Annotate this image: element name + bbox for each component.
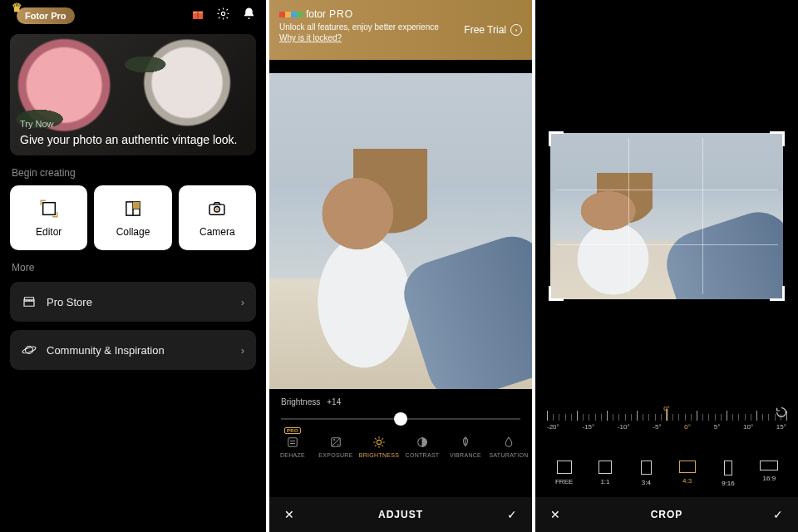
ratio-16-9-icon bbox=[760, 461, 778, 470]
svg-rect-12 bbox=[288, 438, 298, 447]
svg-rect-4 bbox=[42, 203, 55, 215]
community-item[interactable]: Community & Inspiration › bbox=[10, 330, 256, 370]
saturation-icon bbox=[501, 435, 516, 450]
chevron-right-icon: › bbox=[241, 296, 244, 308]
svg-rect-6 bbox=[133, 202, 140, 209]
try-now-label: Try Now bbox=[20, 119, 246, 129]
adjust-title: ADJUST bbox=[378, 509, 423, 520]
crop-grid bbox=[555, 138, 778, 294]
ratio-3-4[interactable]: 3:4 bbox=[626, 461, 667, 487]
vibrance-tool[interactable]: VIBRANCE bbox=[444, 435, 487, 458]
crop-handle-bl[interactable] bbox=[549, 286, 564, 301]
crop-title: CROP bbox=[651, 509, 683, 520]
angle-label: -20° bbox=[547, 423, 559, 431]
editor-icon bbox=[38, 198, 60, 219]
crop-screen: 0° -20° -15° -10° -5° 0° 5° 10° 15° FREE… bbox=[535, 0, 798, 532]
collage-label: Collage bbox=[116, 226, 150, 238]
vibrance-label: VIBRANCE bbox=[450, 452, 481, 458]
crop-handle-tl[interactable] bbox=[549, 131, 564, 146]
crop-canvas[interactable] bbox=[550, 133, 783, 299]
editor-label: Editor bbox=[36, 226, 62, 238]
banner-subtitle: Unlock all features, enjoy better experi… bbox=[279, 22, 439, 32]
slider-name: Brightness bbox=[281, 397, 320, 406]
ratio-3-4-icon bbox=[641, 461, 652, 475]
gift-icon[interactable] bbox=[191, 7, 204, 23]
dehaze-tool[interactable]: PRO DEHAZE bbox=[271, 435, 314, 458]
pro-banner[interactable]: fotor PRO Unlock all features, enjoy bet… bbox=[269, 0, 532, 60]
adjust-bottom-bar: ✕ ADJUST ✓ bbox=[269, 497, 532, 532]
brightness-icon bbox=[372, 435, 387, 450]
dehaze-icon bbox=[285, 435, 300, 450]
ratio-16-9-label: 16:9 bbox=[763, 475, 776, 482]
saturation-label: SATURATION bbox=[489, 452, 528, 458]
collage-tile[interactable]: Collage bbox=[94, 185, 171, 250]
settings-icon[interactable] bbox=[216, 7, 230, 24]
camera-icon bbox=[206, 198, 228, 219]
angle-label: -10° bbox=[618, 423, 630, 431]
brand-pro: PRO bbox=[329, 8, 353, 20]
chevron-right-icon: › bbox=[510, 24, 522, 36]
camera-tile[interactable]: Camera bbox=[179, 185, 256, 250]
editor-tile[interactable]: Editor bbox=[10, 185, 87, 250]
ratio-3-4-label: 3:4 bbox=[642, 479, 651, 486]
free-trial-button[interactable]: Free Trial › bbox=[464, 24, 522, 36]
why-locked-link[interactable]: Why is it locked? bbox=[279, 33, 439, 42]
collage-icon bbox=[122, 198, 144, 219]
slider-knob[interactable] bbox=[394, 412, 407, 426]
ratio-9-16[interactable]: 9:16 bbox=[707, 461, 748, 487]
pro-store-item[interactable]: Pro Store › bbox=[10, 282, 256, 322]
angle-label: -5° bbox=[653, 423, 661, 431]
bell-icon[interactable] bbox=[242, 7, 256, 24]
ratio-1-1-label: 1:1 bbox=[600, 478, 609, 485]
slider-value: +14 bbox=[327, 397, 341, 406]
ratio-16-9[interactable]: 16:9 bbox=[749, 461, 790, 487]
contrast-icon bbox=[415, 435, 430, 450]
hero-title: Give your photo an authentic vintage loo… bbox=[20, 132, 246, 147]
fotor-logo: fotor PRO bbox=[279, 8, 439, 20]
chevron-right-icon: › bbox=[241, 344, 244, 357]
svg-point-11 bbox=[22, 346, 36, 355]
ratio-4-3[interactable]: 4:3 bbox=[667, 461, 707, 487]
svg-point-3 bbox=[221, 12, 224, 15]
pro-store-label: Pro Store bbox=[47, 296, 92, 308]
ratio-4-3-icon bbox=[679, 461, 696, 473]
pro-tool-badge: PRO bbox=[284, 427, 301, 434]
crown-icon: ♛ bbox=[12, 1, 22, 14]
svg-point-9 bbox=[216, 208, 219, 210]
camera-label: Camera bbox=[200, 226, 235, 238]
saturation-tool[interactable]: SATURATION bbox=[487, 435, 530, 458]
crop-handle-tr[interactable] bbox=[770, 131, 785, 146]
planet-icon bbox=[22, 342, 37, 357]
brightness-label: BRIGHTNESS bbox=[359, 452, 400, 458]
brightness-tool[interactable]: BRIGHTNESS bbox=[357, 435, 401, 458]
exposure-tool[interactable]: EXPOSURE bbox=[314, 435, 357, 458]
confirm-button[interactable]: ✓ bbox=[773, 508, 783, 521]
pro-badge-label: Fotor Pro bbox=[25, 11, 66, 21]
ratio-free[interactable]: FREE bbox=[544, 461, 584, 487]
ratio-1-1-icon bbox=[598, 461, 612, 474]
ratio-free-label: FREE bbox=[555, 478, 573, 485]
home-screen: ♛ Fotor Pro Try Now Give your photo a bbox=[0, 0, 266, 532]
cancel-button[interactable]: ✕ bbox=[550, 508, 560, 521]
ratio-1-1[interactable]: 1:1 bbox=[584, 461, 625, 487]
ratio-9-16-icon bbox=[724, 461, 732, 475]
pro-badge[interactable]: ♛ Fotor Pro bbox=[17, 7, 75, 24]
ratio-4-3-label: 4:3 bbox=[682, 477, 692, 485]
ratio-9-16-label: 9:16 bbox=[722, 480, 735, 487]
cancel-button[interactable]: ✕ bbox=[284, 508, 294, 521]
reset-angle-button[interactable] bbox=[775, 406, 788, 422]
contrast-label: CONTRAST bbox=[406, 452, 440, 458]
brightness-slider[interactable] bbox=[281, 406, 520, 431]
crop-handle-br[interactable] bbox=[770, 286, 785, 301]
top-bar: ♛ Fotor Pro bbox=[0, 0, 266, 29]
angle-label: 10° bbox=[743, 423, 753, 431]
store-icon bbox=[22, 294, 37, 309]
brand-name: fotor bbox=[306, 8, 326, 20]
adjust-screen: fotor PRO Unlock all features, enjoy bet… bbox=[269, 0, 532, 532]
contrast-tool[interactable]: CONTRAST bbox=[401, 435, 444, 458]
hero-card[interactable]: Try Now Give your photo an authentic vin… bbox=[10, 34, 256, 155]
angle-scale[interactable]: 0° -20° -15° -10° -5° 0° 5° 10° 15° bbox=[547, 407, 786, 432]
confirm-button[interactable]: ✓ bbox=[507, 508, 517, 521]
dehaze-label: DEHAZE bbox=[280, 452, 305, 458]
vibrance-icon bbox=[458, 435, 473, 450]
